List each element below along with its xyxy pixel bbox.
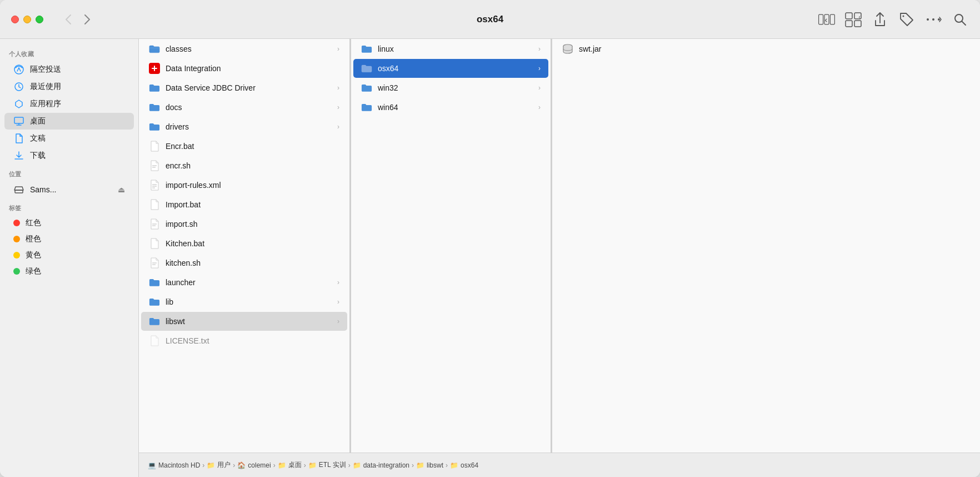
breadcrumb-colemei[interactable]: 🏠 colemei [237,461,271,469]
libswt-icon: 📁 [416,461,424,469]
file-item-docs[interactable]: docs › [141,98,347,117]
data-integration-icon [149,63,160,74]
sidebar-item-tag-yellow[interactable]: 黄色 [4,247,134,263]
breadcrumb-desktop[interactable]: 📁 桌面 [278,460,302,470]
sidebar-item-downloads[interactable]: 下载 [4,147,134,164]
file-item-classes[interactable]: classes › [141,39,347,58]
di-icon: 📁 [353,461,361,469]
docs-icon [13,133,24,144]
linux-name: linux [378,44,533,53]
file-item-data-service[interactable]: Data Service JDBC Driver › [141,78,347,97]
folder-icon-win64 [361,102,372,113]
sidebar-item-docs[interactable]: 文稿 [4,130,134,147]
svg-point-10 [938,18,940,21]
data-integration-name: Data Integration [166,64,339,73]
sidebar-item-desktop[interactable]: 桌面 [4,113,134,130]
breadcrumb-libswt[interactable]: 📁 libswt [416,461,443,469]
file-item-import-rules[interactable]: import-rules.xml [141,176,347,195]
file-item-win64[interactable]: win64 › [353,98,548,117]
breadcrumb-etl[interactable]: 📁 ETL 实训 [308,460,346,470]
file-item-win32[interactable]: win32 › [353,78,548,97]
tag-green-label: 绿色 [26,266,125,276]
column-2: linux › osx64 › [351,39,551,453]
kitchen-bat-name: Kitchen.bat [166,239,339,248]
etl-label: ETL 实训 [319,460,346,470]
svg-point-7 [903,15,904,17]
file-item-encr-sh[interactable]: encr.sh [141,156,347,175]
desktop-label: 桌面 [30,116,125,126]
tag-yellow-dot [13,252,20,259]
osx64-name: osx64 [378,64,533,73]
window-title: osx64 [477,14,503,25]
more-button[interactable] [924,11,942,28]
forward-button[interactable] [79,11,96,28]
file-item-libswt[interactable]: libswt › [141,312,347,331]
svg-rect-2 [830,14,834,24]
encr-sh-name: encr.sh [166,161,339,170]
breadcrumb-osx64[interactable]: 📁 osx64 [450,461,478,469]
file-icon-import-sh [149,218,160,230]
file-item-import-sh[interactable]: import.sh [141,215,347,233]
eject-icon[interactable]: ⏏ [118,185,125,194]
desktop-bc-icon: 📁 [278,461,286,469]
file-item-linux[interactable]: linux › [353,39,548,58]
maximize-button[interactable] [36,16,43,23]
folder-icon-5 [149,277,160,288]
file-item-drivers[interactable]: drivers › [141,117,347,136]
breadcrumb-hd[interactable]: 💻 Macintosh HD [148,461,200,469]
folder-icon-2 [149,82,160,93]
file-item-lib[interactable]: lib › [141,292,347,311]
airdrop-icon [13,64,24,75]
sep-5: › [348,461,351,469]
file-item-license[interactable]: LICENSE.txt [141,331,347,350]
svg-rect-4 [854,13,861,19]
sidebar-item-airdrop[interactable]: 隔空投送 [4,61,134,78]
libswt-name: libswt [166,317,332,326]
sidebar-item-tag-red[interactable]: 红色 [4,215,134,231]
file-item-launcher[interactable]: launcher › [141,273,347,292]
minimize-button[interactable] [23,16,31,23]
file-icon-kitchen-sh [149,257,160,269]
share-button[interactable] [871,11,889,28]
file-icon-import-bat [149,199,160,210]
breadcrumb-users[interactable]: 📁 用户 [207,460,231,470]
column-3: swt.jar [552,39,980,453]
file-item-encr-bat[interactable]: Encr.bat [141,137,347,156]
file-item-import-bat[interactable]: Import.bat [141,195,347,214]
folder-icon [149,43,160,54]
tag-button[interactable] [898,11,916,28]
columns-scroll[interactable]: classes › Data Integration [139,39,980,453]
breadcrumb-data-integration[interactable]: 📁 data-integration [353,461,409,469]
file-item-swt-jar[interactable]: swt.jar [554,39,978,58]
file-item-data-integration[interactable]: Data Integration [141,59,347,78]
sidebar-item-apps[interactable]: 应用程序 [4,96,134,112]
tag-red-dot [13,220,20,226]
users-label: 用户 [217,460,231,470]
file-icon-encr-bat [149,141,160,152]
sep-1: › [202,461,204,469]
chevron-right-icon: › [337,279,339,286]
svg-rect-5 [846,21,852,27]
file-item-kitchen-sh[interactable]: kitchen.sh [141,254,347,272]
file-item-osx64[interactable]: osx64 › [353,59,548,78]
data-service-name: Data Service JDBC Driver [166,83,332,92]
back-button[interactable] [60,11,77,28]
chevron-right-icon: › [337,103,339,111]
sidebar-item-tag-orange[interactable]: 橙色 [4,231,134,247]
file-item-kitchen-bat[interactable]: Kitchen.bat [141,234,347,253]
tag-green-dot [13,268,20,275]
license-name: LICENSE.txt [166,336,339,345]
view-toggle-button[interactable] [818,11,836,28]
search-button[interactable] [951,11,969,28]
recents-label: 最近使用 [30,82,125,92]
sidebar-item-tag-green[interactable]: 绿色 [4,264,134,279]
sep-3: › [273,461,276,469]
grid-view-button[interactable] [844,11,862,28]
file-icon-kitchen-bat [149,238,160,249]
sidebar-item-samsung[interactable]: Sams... ⏏ [4,181,134,198]
win32-name: win32 [378,83,533,92]
close-button[interactable] [11,16,19,23]
file-icon-encr-sh [149,160,160,171]
users-folder-icon: 📁 [207,461,215,469]
sidebar-item-recents[interactable]: 最近使用 [4,78,134,95]
